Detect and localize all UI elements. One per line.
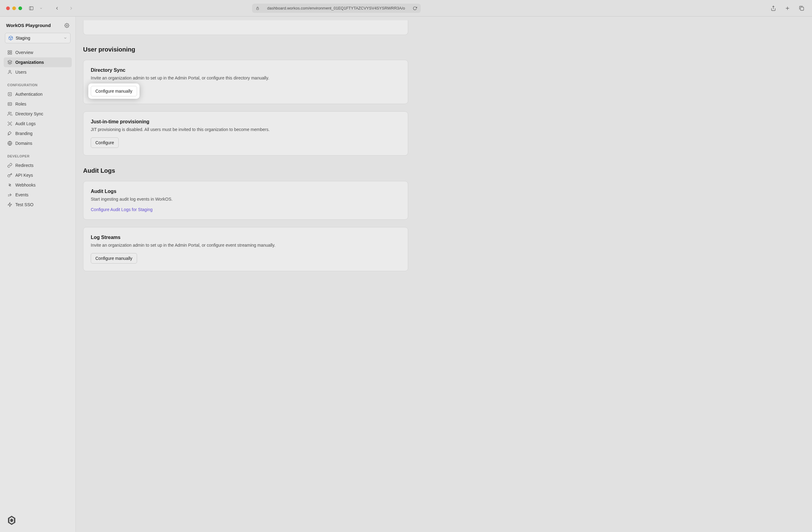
- sidebar-item-webhooks[interactable]: Webhooks: [4, 180, 72, 190]
- environment-selector[interactable]: Staging: [5, 33, 71, 43]
- card-title: Audit Logs: [91, 189, 401, 194]
- tabs-icon: [799, 5, 804, 11]
- refresh-icon[interactable]: [413, 6, 417, 11]
- url-text: dashboard.workos.com/environment_01EQ1FT…: [261, 6, 411, 11]
- svg-marker-27: [8, 202, 12, 206]
- share-button[interactable]: [769, 4, 778, 13]
- paint-icon: [8, 131, 12, 136]
- svg-rect-17: [8, 102, 12, 105]
- maximize-window-button[interactable]: [18, 6, 22, 10]
- sidebar-item-branding[interactable]: Branding: [4, 129, 72, 138]
- sidebar-item-events[interactable]: Events: [4, 190, 72, 200]
- svg-point-7: [66, 25, 68, 26]
- svg-rect-22: [9, 123, 11, 124]
- configure-audit-logs-link[interactable]: Configure Audit Logs for Staging: [91, 207, 153, 212]
- new-tab-button[interactable]: [783, 4, 792, 13]
- main-content: User provisioning Directory Sync Invite …: [76, 17, 812, 532]
- sidebar-item-organizations[interactable]: Organizations: [4, 57, 72, 67]
- sidebar-item-users[interactable]: Users: [4, 67, 72, 77]
- card-title: Just-in-time provisioning: [91, 119, 401, 125]
- configure-manually-button[interactable]: Configure manually: [91, 86, 137, 96]
- svg-rect-11: [10, 53, 12, 54]
- close-window-button[interactable]: [6, 6, 10, 10]
- cube-icon: [8, 35, 13, 41]
- svg-point-14: [9, 70, 11, 72]
- highlighted-action: Configure manually: [91, 86, 137, 96]
- forward-button[interactable]: [67, 4, 75, 13]
- sidebar-item-label: Overview: [15, 50, 33, 55]
- sidebar-item-label: Branding: [15, 131, 32, 136]
- share-icon: [771, 5, 776, 11]
- card-title: Directory Sync: [91, 68, 401, 73]
- svg-rect-10: [10, 51, 12, 52]
- link-icon: [8, 163, 12, 168]
- id-icon: [8, 102, 12, 106]
- back-button[interactable]: [53, 4, 61, 13]
- sidebar-icon: [29, 6, 34, 11]
- card-description: Start ingesting audit log events in Work…: [91, 197, 401, 202]
- sidebar-item-label: Events: [15, 192, 29, 197]
- sidebar-item-roles[interactable]: Roles: [4, 99, 72, 109]
- card-directory-sync: Directory Sync Invite an organization ad…: [83, 60, 408, 104]
- chevron-right-icon: [69, 6, 74, 11]
- sidebar-item-redirects[interactable]: Redirects: [4, 160, 72, 170]
- sidebar-item-label: Organizations: [15, 60, 44, 65]
- lock-icon: [8, 92, 12, 97]
- configure-button[interactable]: Configure: [91, 138, 119, 148]
- svg-rect-0: [29, 6, 33, 10]
- layers-icon: [8, 60, 12, 65]
- card-title: Log Streams: [91, 235, 401, 240]
- zap-icon: [8, 202, 12, 207]
- plus-icon: [785, 5, 790, 11]
- sidebar-item-domains[interactable]: Domains: [4, 138, 72, 148]
- sidebar-item-label: Test SSO: [15, 202, 33, 207]
- window-controls: [6, 6, 22, 10]
- chevron-left-icon: [55, 6, 59, 11]
- previous-card-bottom: [83, 20, 408, 35]
- tab-dropdown-button[interactable]: [37, 4, 45, 13]
- card-audit-logs: Audit Logs Start ingesting audit log eve…: [83, 181, 408, 220]
- svg-point-21: [8, 112, 10, 114]
- address-bar[interactable]: dashboard.workos.com/environment_01EQ1FT…: [252, 4, 421, 13]
- section-user-provisioning: User provisioning Directory Sync Invite …: [83, 46, 408, 156]
- key-icon: [8, 173, 12, 178]
- minimize-window-button[interactable]: [12, 6, 16, 10]
- chevron-down-icon: [63, 36, 67, 40]
- globe-icon: [8, 141, 12, 146]
- sidebar-item-audit-logs[interactable]: Audit Logs: [4, 119, 72, 129]
- section-audit-logs: Audit Logs Audit Logs Start ingesting au…: [83, 167, 408, 271]
- environment-label: Staging: [16, 35, 61, 41]
- tabs-button[interactable]: [797, 4, 806, 13]
- card-description: Invite an organization admin to set up i…: [91, 75, 401, 81]
- sidebar-item-label: Authentication: [15, 92, 43, 97]
- webhook-icon: [8, 183, 12, 187]
- grid-icon: [8, 50, 12, 55]
- section-title-developer: DEVELOPER: [4, 150, 72, 160]
- sidebar-item-label: Users: [15, 70, 27, 74]
- sidebar-item-label: Roles: [15, 102, 26, 106]
- svg-rect-15: [8, 93, 12, 96]
- gear-icon: [64, 23, 69, 28]
- sidebar-item-directory-sync[interactable]: Directory Sync: [4, 109, 72, 119]
- section-title: User provisioning: [83, 46, 408, 53]
- sidebar-item-label: API Keys: [15, 173, 33, 178]
- sidebar: WorkOS Playground Staging Overview Organ…: [0, 17, 76, 532]
- sidebar-item-api-keys[interactable]: API Keys: [4, 170, 72, 180]
- card-description: JIT provisioning is disabled. All users …: [91, 127, 401, 132]
- sidebar-toggle-button[interactable]: [27, 4, 35, 13]
- configure-manually-button[interactable]: Configure manually: [91, 253, 137, 263]
- sidebar-item-label: Domains: [15, 141, 32, 146]
- svg-point-18: [9, 104, 10, 105]
- workos-logo-icon: [6, 515, 17, 526]
- scan-icon: [8, 121, 12, 126]
- browser-chrome: dashboard.workos.com/environment_01EQ1FT…: [0, 0, 812, 17]
- svg-rect-12: [8, 53, 10, 54]
- sidebar-item-overview[interactable]: Overview: [4, 47, 72, 57]
- arrow-right-icon: [8, 192, 12, 197]
- sidebar-item-test-sso[interactable]: Test SSO: [4, 200, 72, 210]
- sidebar-item-authentication[interactable]: Authentication: [4, 89, 72, 99]
- settings-button[interactable]: [64, 23, 69, 28]
- section-title: Audit Logs: [83, 167, 408, 174]
- card-description: Invite an organization admin to set up i…: [91, 243, 401, 248]
- users-icon: [8, 111, 12, 116]
